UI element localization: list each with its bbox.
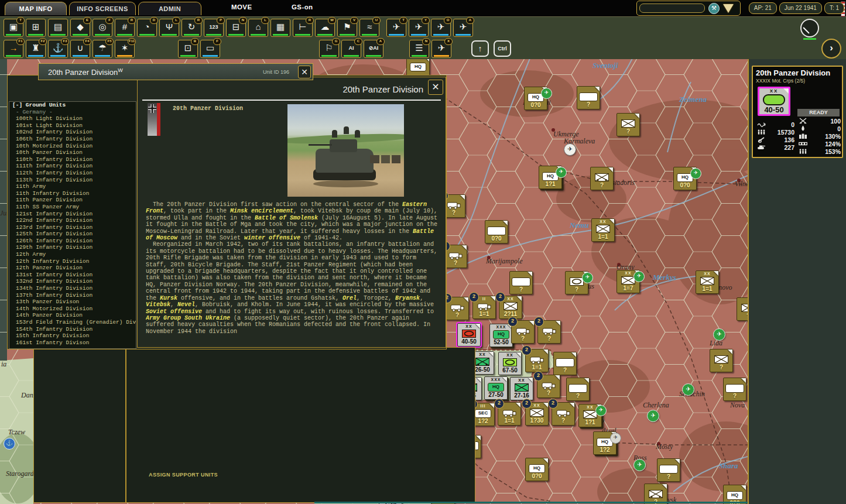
commanders-report-button[interactable]: ☰N	[409, 40, 429, 58]
counter-display-button[interactable]: ▭F	[200, 40, 220, 58]
soviet-unit-counter[interactable]: ?2	[537, 375, 560, 398]
menu-item-gs-on[interactable]: GS-on	[292, 4, 313, 11]
unit-list-item[interactable]: 12th Infantry Division	[9, 258, 136, 265]
unit-list-item[interactable]: 13th Panzer Divison	[9, 299, 136, 306]
soviet-unit-counter[interactable]: XX2?112	[499, 296, 522, 319]
unit-list-item[interactable]: 122nd Infantry Division	[9, 217, 136, 224]
history-link[interactable]: Orel	[342, 295, 357, 301]
menu-item-move[interactable]: MOVE	[231, 4, 252, 11]
soviet-unit-counter[interactable]: XX1?302	[525, 402, 549, 426]
air-transport-button[interactable]: ✈T	[386, 19, 406, 37]
unit-list-item[interactable]: 132nd Infantry Division	[9, 278, 136, 285]
history-link[interactable]: Minsk encirclement	[230, 208, 293, 214]
shift-key-button[interactable]: ↑	[471, 40, 489, 57]
unit-list-item[interactable]: 134th Infantry Division	[9, 285, 136, 292]
move-mode-button[interactable]: →F1	[4, 40, 23, 58]
air-interdiction-button[interactable]: ✈O	[431, 19, 451, 37]
air-auto-button[interactable]: ✈A	[453, 19, 473, 37]
close-icon[interactable]: ✕	[298, 66, 311, 78]
combat-mode-button[interactable]: ✶F11	[115, 40, 135, 58]
soviet-unit-counter[interactable]: ?	[710, 349, 733, 372]
rail-move-mode-button[interactable]: ♜F2	[26, 40, 46, 58]
airbase-icon[interactable]: ✈	[682, 383, 694, 396]
soviet-unit-counter[interactable]: HQ1?1✈	[539, 166, 562, 189]
soviet-unit-counter[interactable]: ?	[737, 297, 748, 321]
flag-orders-button[interactable]: ⚐G	[319, 40, 339, 58]
amphibious-mode-button[interactable]: ∪F4	[70, 40, 90, 58]
signpost-button[interactable]: ⊢R	[293, 19, 313, 37]
soviet-unit-counter[interactable]: XX1=1	[696, 270, 719, 294]
unit-list-item[interactable]: 161st Infantry Divison	[9, 340, 136, 347]
history-link[interactable]: Battle of Smolensk	[255, 215, 318, 221]
history-link[interactable]: Kursk	[160, 295, 177, 301]
unit-list-item[interactable]: 11th Infantry Division	[9, 190, 136, 197]
unit-list-item[interactable]: 110th Infantry Division	[9, 156, 136, 163]
soviet-unit-counter[interactable]: 1=12	[498, 402, 521, 426]
victory-flag-button[interactable]: ⚑V	[337, 19, 357, 37]
hex-info-button[interactable]: ◆E	[70, 19, 90, 37]
unit-list-item[interactable]: 126th Infantry Division	[9, 238, 136, 245]
unit-list-item[interactable]: 121st Infantry Division	[9, 211, 136, 218]
remove-screen-button[interactable]: ▤	[48, 19, 68, 37]
tab-map-info[interactable]: MAP INFO	[5, 2, 67, 15]
airbase-icon[interactable]: ✈	[564, 143, 576, 156]
unit-list-item[interactable]: 113th Infantry Division	[9, 177, 136, 184]
compass-zoom-button[interactable]	[800, 19, 819, 37]
soviet-unit-counter[interactable]: ?2	[446, 297, 469, 320]
next-turn-button[interactable]: ›	[821, 39, 841, 59]
axis-unit-counter[interactable]: XXXHQ27-50	[484, 376, 508, 400]
ctrl-key-button[interactable]: Ctrl	[494, 40, 511, 57]
unit-list-item[interactable]: 153rd Field Training (Grenadier) Divisio…	[9, 319, 136, 326]
axis-triangle-icon[interactable]	[723, 4, 734, 13]
soviet-unit-counter[interactable]: ?	[644, 484, 667, 504]
ground-units-list[interactable]: [-] Ground Units- Germany -100th Light D…	[9, 101, 136, 349]
soviet-unit-counter[interactable]: XX1=1	[591, 218, 615, 242]
factories-button[interactable]: ⌂L	[248, 19, 268, 37]
unit-list-item[interactable]: 154th Infantry Division	[9, 326, 136, 333]
tab-admin[interactable]: ADMIN	[138, 2, 201, 15]
soviet-unit-counter[interactable]: ?	[723, 378, 746, 401]
ai-assist-button[interactable]: AIC	[341, 40, 361, 58]
unit-window-titlebar[interactable]: 20th Panzer DivisionW Unit ID 196 ✕	[38, 63, 313, 80]
unit-list-item[interactable]: 123rd Infantry Division	[9, 224, 136, 231]
unit-list-item[interactable]: 11th SS Panzer Army	[9, 204, 136, 211]
soviet-unit-counter[interactable]: HQ0?0	[525, 458, 549, 481]
soviet-unit-counter[interactable]: ?2	[552, 402, 575, 426]
history-link[interactable]: Soviet offensive	[146, 308, 202, 315]
supply-overlay-button[interactable]: ≈U	[359, 19, 379, 37]
unit-counter[interactable]: XX 40-50	[758, 87, 790, 116]
ground-attack-button[interactable]: ✈X	[431, 40, 451, 58]
stack-display-button[interactable]: ⊡B	[178, 40, 198, 58]
soviet-unit-counter[interactable]: ?2	[444, 245, 467, 268]
axis-unit-counter[interactable]: XXXHQ52-50	[489, 324, 513, 347]
unit-list-item[interactable]: 10th Panzer Division	[9, 149, 136, 156]
list-header[interactable]: [-] Ground Units	[9, 102, 136, 109]
soviet-unit-counter[interactable]: HQ0?0✈	[673, 167, 697, 190]
soviet-unit-counter[interactable]: ?	[590, 167, 614, 190]
soviet-unit-counter[interactable]: HQ1?2✈	[593, 431, 616, 455]
unit-list-item[interactable]: 11th Army	[9, 183, 136, 190]
rail-damage-button[interactable]: #R	[115, 19, 135, 37]
jump-input[interactable]	[639, 4, 705, 13]
soviet-unit-counter[interactable]: ?✈	[565, 271, 588, 294]
soviet-unit-counter[interactable]: II1=12	[472, 296, 496, 319]
unit-list-item[interactable]: 129th Infantry Division	[9, 244, 136, 251]
soviet-unit-counter[interactable]: 1=12	[525, 349, 549, 372]
reinforcements-button[interactable]: ↻R	[181, 19, 201, 37]
tab-info-screens[interactable]: INFO SCREENS	[69, 2, 136, 15]
history-link[interactable]: Vitebsk	[146, 301, 170, 308]
soviet-unit-counter[interactable]: ?	[509, 271, 533, 294]
unit-list-item[interactable]: 137th Infantry Division	[9, 292, 136, 299]
unit-list-item[interactable]: 12th Panzer Division	[9, 265, 136, 272]
unit-list-item[interactable]: 14th Motorized Division	[9, 306, 136, 313]
unit-counters-button[interactable]: ⊟N	[226, 19, 246, 37]
soviet-unit-counter[interactable]: ?	[657, 458, 680, 482]
weather-button[interactable]: ☁W	[315, 19, 335, 37]
history-link[interactable]: Bryansk	[395, 295, 420, 301]
axis-unit-counter[interactable]: XX67-50	[498, 352, 522, 375]
soviet-tools-icon[interactable]: ⚒	[708, 3, 720, 14]
unit-list-item[interactable]: 125th Infantry Division	[9, 231, 136, 238]
naval-move-mode-button[interactable]: ⚓F3	[48, 40, 68, 58]
show-values-button[interactable]: 123P	[204, 19, 224, 37]
history-link[interactable]: Army Group South Ukraine	[146, 315, 230, 321]
